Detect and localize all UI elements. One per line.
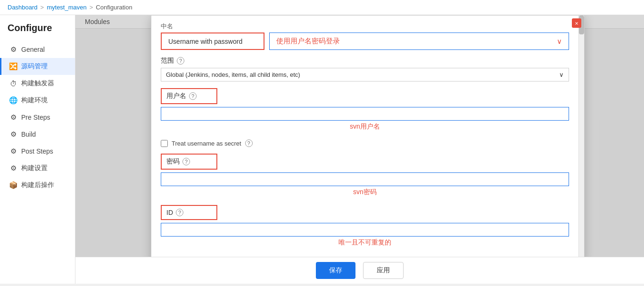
- scope-select-value: Global (Jenkins, nodes, items, all child…: [166, 71, 300, 78]
- id-label: ID: [166, 209, 173, 216]
- sidebar-item-build[interactable]: ⚙ Build: [0, 126, 75, 143]
- username-label: 用户名: [166, 92, 186, 100]
- password-label-box: 密码 ?: [161, 154, 217, 170]
- breadcrumb-dashboard[interactable]: Dashboard: [8, 4, 38, 11]
- bottom-bar: 保存 应用: [75, 257, 644, 284]
- sidebar-item-label: 构建设置: [21, 164, 48, 172]
- main-layout: Configure ⚙ General 🔀 源码管理 ⏱ 构建触发器 🌐 构建环…: [0, 15, 644, 284]
- treat-secret-help-icon[interactable]: ?: [245, 139, 253, 147]
- env-icon: 🌐: [9, 96, 17, 105]
- sidebar-title: Configure: [0, 23, 75, 41]
- presteps-icon: ⚙: [9, 113, 17, 122]
- trigger-icon: ⏱: [9, 79, 17, 88]
- sidebar-item-label: 构建触发器: [21, 79, 54, 88]
- apply-button[interactable]: 应用: [363, 262, 404, 279]
- username-help-icon[interactable]: ?: [189, 92, 197, 100]
- sidebar-item-env[interactable]: 🌐 构建环境: [0, 92, 75, 109]
- username-field-group: 用户名 ? svn用户名: [161, 88, 569, 133]
- username-label-box: 用户名 ?: [161, 88, 217, 104]
- gear-icon: ⚙: [9, 45, 17, 54]
- sidebar-item-label: 源码管理: [21, 62, 48, 71]
- password-help-icon[interactable]: ?: [182, 158, 190, 165]
- scope-help-icon[interactable]: ?: [177, 57, 184, 65]
- scope-section: 范围 ? Global (Jenkins, nodes, items, all …: [161, 57, 569, 82]
- credential-type-row: Username with password 使用用户名密码登录 ∨: [161, 33, 569, 50]
- sidebar-item-label: General: [21, 46, 45, 53]
- sidebar-item-label: Post Steps: [21, 147, 53, 155]
- credential-type-hint: 使用用户名密码登录: [276, 37, 340, 46]
- password-input[interactable]: [161, 172, 569, 186]
- treat-secret-row: Treat username as secret ?: [161, 139, 569, 147]
- id-input-row: [161, 223, 569, 237]
- chevron-down-icon: ∨: [557, 37, 562, 46]
- scope-chevron-icon: ∨: [559, 71, 564, 78]
- modal-inner: 中名 Username with password 使用用户名密码登录 ∨: [151, 16, 584, 260]
- breadcrumb-sep-1: >: [41, 4, 44, 11]
- modal-scrollbar[interactable]: [578, 16, 584, 260]
- scope-label-row: 范围 ?: [161, 57, 569, 65]
- modal-dialog: × 中名 Username with password 使用用户名密码登录: [151, 15, 585, 261]
- treat-secret-checkbox[interactable]: [161, 140, 168, 147]
- breadcrumb-project[interactable]: mytest_maven: [47, 4, 87, 11]
- modal-overlay: × 中名 Username with password 使用用户名密码登录: [75, 15, 644, 284]
- password-label: 密码: [166, 157, 180, 166]
- username-input[interactable]: [161, 107, 569, 121]
- sidebar-item-settings[interactable]: ⚙ 构建设置: [0, 160, 75, 177]
- postbuild-icon: 📦: [9, 181, 17, 189]
- modal-close-button[interactable]: ×: [572, 18, 581, 28]
- password-hint: svn密码: [161, 186, 569, 198]
- id-help-icon[interactable]: ?: [176, 209, 183, 216]
- breadcrumb-current: Configuration: [96, 4, 132, 11]
- breadcrumb-sep-2: >: [90, 4, 93, 11]
- sidebar-item-label: 构建后操作: [21, 181, 54, 189]
- username-input-row: [161, 107, 569, 121]
- modal-partial-header: 中名: [161, 20, 569, 33]
- save-button[interactable]: 保存: [316, 262, 355, 279]
- scope-select[interactable]: Global (Jenkins, nodes, items, all child…: [161, 68, 569, 82]
- sidebar-item-triggers[interactable]: ⏱ 构建触发器: [0, 75, 75, 92]
- sidebar: Configure ⚙ General 🔀 源码管理 ⏱ 构建触发器 🌐 构建环…: [0, 15, 75, 284]
- content-area: Modules × 中名 Username with password: [75, 15, 644, 284]
- sidebar-item-scm[interactable]: 🔀 源码管理: [0, 58, 75, 75]
- id-hint: 唯一且不可重复的: [161, 237, 569, 249]
- breadcrumb: Dashboard > mytest_maven > Configuration: [0, 0, 644, 15]
- scope-label-text: 范围: [161, 57, 174, 65]
- password-input-row: [161, 172, 569, 186]
- treat-secret-label: Treat username as secret: [172, 140, 241, 147]
- credential-type-dropdown[interactable]: 使用用户名密码登录 ∨: [269, 33, 569, 50]
- sidebar-item-postbuild[interactable]: 📦 构建后操作: [0, 177, 75, 194]
- build-icon: ⚙: [9, 130, 17, 139]
- sidebar-item-poststeps[interactable]: ⚙ Post Steps: [0, 143, 75, 160]
- poststeps-icon: ⚙: [9, 147, 17, 155]
- settings-icon: ⚙: [9, 164, 17, 172]
- sidebar-item-presteps[interactable]: ⚙ Pre Steps: [0, 109, 75, 126]
- id-label-box: ID ?: [161, 205, 217, 220]
- scm-icon: 🔀: [9, 62, 17, 71]
- sidebar-item-label: 构建环境: [21, 96, 48, 105]
- sidebar-item-label: Pre Steps: [21, 114, 50, 121]
- credential-type-box: Username with password: [161, 33, 264, 50]
- sidebar-item-general[interactable]: ⚙ General: [0, 41, 75, 58]
- sidebar-item-label: Build: [21, 131, 36, 138]
- username-hint: svn用户名: [161, 121, 569, 133]
- password-field-group: 密码 ? svn密码: [161, 154, 569, 198]
- id-input[interactable]: [161, 223, 569, 237]
- modal-scroll-content[interactable]: 中名 Username with password 使用用户名密码登录 ∨: [151, 16, 578, 260]
- id-field-group: ID ? 唯一且不可重复的: [161, 205, 569, 249]
- credential-type-text: Username with password: [168, 38, 242, 45]
